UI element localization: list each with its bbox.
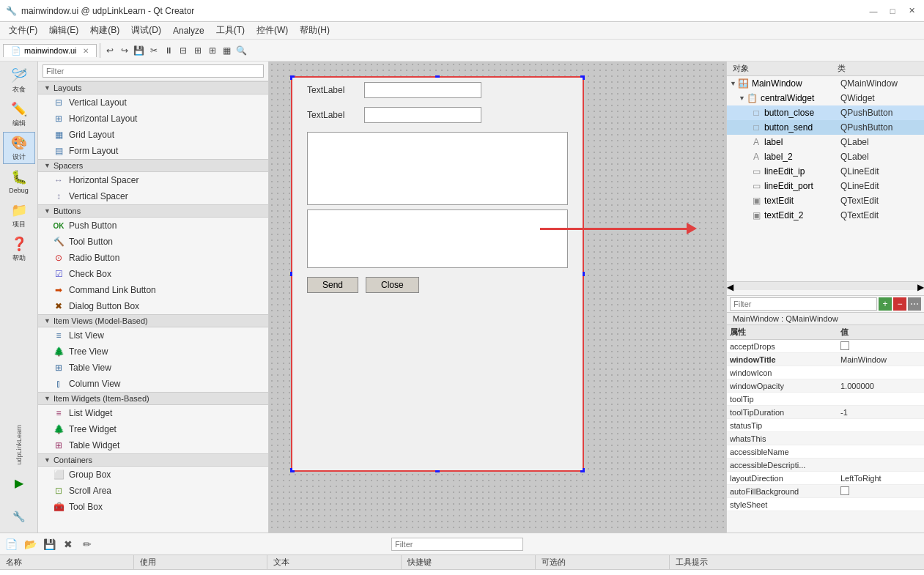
item-table-widget[interactable]: ⊞ Table Widget: [38, 437, 268, 453]
vtool-project[interactable]: 📁 项目: [3, 199, 35, 231]
grid2-icon[interactable]: ▦: [221, 44, 234, 57]
item-form-layout[interactable]: ▤ Form Layout: [38, 143, 268, 159]
action-edit-icon[interactable]: ✏: [79, 536, 95, 552]
item-tool-box[interactable]: 🧰 Tool Box: [38, 499, 268, 515]
cut-icon[interactable]: ✂: [147, 44, 160, 57]
item-check-box[interactable]: ☑ Check Box: [38, 266, 268, 282]
section-buttons[interactable]: ▼ Buttons: [38, 204, 268, 218]
textedit-2[interactable]: [307, 209, 568, 268]
vtool-run[interactable]: ▶: [3, 467, 35, 499]
action-save-icon[interactable]: 💾: [41, 536, 57, 552]
prop-remove-button[interactable]: −: [893, 297, 906, 311]
send-button[interactable]: Send: [307, 277, 358, 293]
redo-icon[interactable]: ↪: [118, 44, 131, 57]
sidebar-filter-input[interactable]: [42, 64, 264, 78]
autofill-checkbox[interactable]: [840, 486, 849, 495]
vtool-design[interactable]: 🎨 设计: [3, 132, 35, 164]
section-layouts[interactable]: ▼ Layouts: [38, 81, 268, 94]
menu-build[interactable]: 构建(B): [84, 23, 125, 38]
menu-file[interactable]: 文件(F): [3, 23, 43, 38]
prop-row-accessibledesc[interactable]: accessibleDescripti...: [727, 459, 924, 472]
tree-scrollbar[interactable]: ◀ ▶: [727, 281, 924, 290]
maximize-button[interactable]: □: [886, 4, 899, 18]
close-button[interactable]: Close: [366, 277, 419, 293]
design-canvas[interactable]: TextLabel TextLabel Send Close: [291, 76, 584, 472]
menu-analyze[interactable]: Analyze: [167, 24, 210, 37]
tree-row-label[interactable]: A label QLabel: [727, 135, 924, 149]
prop-add-button[interactable]: +: [879, 297, 892, 311]
tree-row-button-close[interactable]: □ button_close QPushButton: [727, 105, 924, 120]
prop-row-tooltipduration[interactable]: toolTipDuration -1: [727, 406, 924, 419]
textedit-1[interactable]: [307, 132, 568, 205]
menu-tools[interactable]: 工具(T): [210, 23, 251, 38]
prop-row-windowicon[interactable]: windowIcon: [727, 366, 924, 379]
close-button[interactable]: ✕: [905, 4, 918, 18]
tree-row-button-send[interactable]: □ button_send QPushButton: [727, 120, 924, 135]
lineedit-ip[interactable]: [364, 82, 481, 98]
prop-row-tooltip[interactable]: toolTip: [727, 393, 924, 406]
item-tree-view[interactable]: 🌲 Tree View: [38, 344, 268, 360]
item-command-link[interactable]: ➡ Command Link Button: [38, 282, 268, 298]
vtool-edit[interactable]: ✏️ 编辑: [3, 98, 35, 130]
tree-row-lineedit-port[interactable]: ▭ lineEdit_port QLineEdit: [727, 179, 924, 193]
item-table-view[interactable]: ⊞ Table View: [38, 360, 268, 376]
item-grid-layout[interactable]: ▦ Grid Layout: [38, 127, 268, 143]
menu-help[interactable]: 帮助(H): [294, 23, 336, 38]
prop-filter-input[interactable]: [730, 297, 877, 311]
vtool-clothes[interactable]: 🪡 衣食: [3, 64, 35, 97]
zoom-icon[interactable]: 🔍: [235, 44, 248, 57]
item-list-widget[interactable]: ≡ List Widget: [38, 405, 268, 421]
menu-debug[interactable]: 调试(D): [125, 23, 167, 38]
item-scroll-area[interactable]: ⊡ Scroll Area: [38, 483, 268, 499]
pause-icon[interactable]: ⏸: [162, 44, 175, 57]
vtool-deploy[interactable]: 🔧: [3, 500, 35, 533]
item-list-view[interactable]: ≡ List View: [38, 327, 268, 344]
grid-icon[interactable]: ⊞: [206, 44, 219, 57]
action-filter-input[interactable]: [391, 538, 523, 551]
vtool-help[interactable]: ❓ 帮助: [3, 233, 35, 265]
prop-row-stylesheet[interactable]: styleSheet: [727, 498, 924, 511]
prop-row-accessiblename[interactable]: accessibleName: [727, 445, 924, 459]
save-icon[interactable]: 💾: [133, 44, 146, 57]
item-column-view[interactable]: ⫿ Column View: [38, 376, 268, 392]
tab-close-icon[interactable]: ✕: [83, 47, 89, 55]
action-open-icon[interactable]: 📂: [22, 536, 38, 552]
prop-row-layoutdirection[interactable]: layoutDirection LeftToRight: [727, 472, 924, 485]
item-dialog-button[interactable]: ✖ Dialog Button Box: [38, 298, 268, 314]
section-containers[interactable]: ▼ Containers: [38, 453, 268, 467]
item-horizontal-spacer[interactable]: ↔ Horizontal Spacer: [38, 172, 268, 188]
item-radio-button[interactable]: ⊙ Radio Button: [38, 250, 268, 266]
vtool-debug[interactable]: 🐛 Debug: [3, 166, 35, 198]
menu-edit[interactable]: 编辑(E): [43, 23, 84, 38]
prop-row-statustip[interactable]: statusTip: [727, 419, 924, 432]
item-group-box[interactable]: ⬜ Group Box: [38, 467, 268, 483]
prop-row-windowopacity[interactable]: windowOpacity 1.000000: [727, 379, 924, 393]
lineedit-port[interactable]: [364, 107, 481, 123]
tree-row-mainwindow[interactable]: ▼ 🪟 MainWindow QMainWindow: [727, 76, 924, 91]
align-right-icon[interactable]: ⊞: [191, 44, 204, 57]
item-tool-button[interactable]: 🔨 Tool Button: [38, 234, 268, 250]
section-item-views[interactable]: ▼ Item Views (Model-Based): [38, 314, 268, 327]
tree-row-textedit[interactable]: ▣ textEdit QTextEdit: [727, 193, 924, 208]
item-horizontal-layout[interactable]: ⊞ Horizontal Layout: [38, 111, 268, 127]
tree-row-lineedit-ip[interactable]: ▭ lineEdit_ip QLineEdit: [727, 164, 924, 179]
item-vertical-spacer[interactable]: ↕ Vertical Spacer: [38, 188, 268, 204]
undo-icon[interactable]: ↩: [103, 44, 117, 57]
prop-row-windowtitle[interactable]: windowTitle MainWindow: [727, 353, 924, 366]
tree-row-label2[interactable]: A label_2 QLabel: [727, 149, 924, 164]
section-item-widgets[interactable]: ▼ Item Widgets (Item-Based): [38, 392, 268, 405]
section-spacers[interactable]: ▼ Spacers: [38, 159, 268, 172]
minimize-button[interactable]: —: [867, 4, 880, 18]
item-push-button[interactable]: OK Push Button: [38, 218, 268, 234]
acceptdrops-checkbox[interactable]: [840, 341, 849, 350]
item-tree-widget[interactable]: 🌲 Tree Widget: [38, 421, 268, 437]
align-left-icon[interactable]: ⊟: [177, 44, 190, 57]
menu-widget[interactable]: 控件(W): [251, 23, 294, 38]
tree-row-central[interactable]: ▼ 📋 centralWidget QWidget: [727, 91, 924, 105]
prop-more-button[interactable]: ⋯: [908, 297, 921, 311]
action-delete-icon[interactable]: ✖: [60, 536, 76, 552]
action-new-icon[interactable]: 📄: [3, 536, 19, 552]
tree-row-textedit2[interactable]: ▣ textEdit_2 QTextEdit: [727, 208, 924, 223]
prop-row-whatsthis[interactable]: whatsThis: [727, 432, 924, 445]
item-vertical-layout[interactable]: ⊟ Vertical Layout: [38, 94, 268, 111]
